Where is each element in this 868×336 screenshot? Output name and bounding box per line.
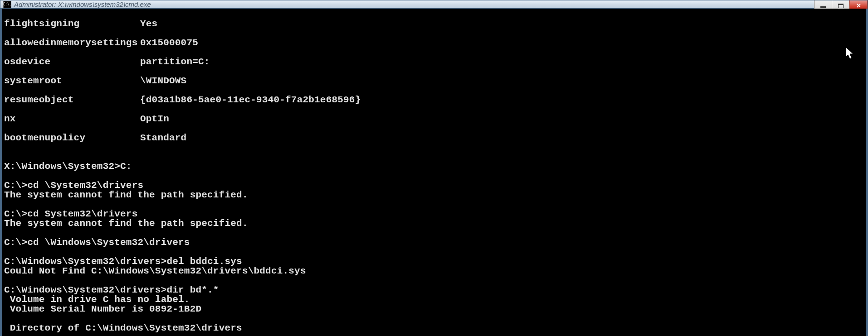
prompt-line: C:\>cd System32\drivers	[4, 209, 137, 219]
bootcfg-row: resumeobject{d03a1b86-5ae0-11ec-9340-f7a…	[4, 95, 864, 105]
bootcfg-row: systemroot\WINDOWS	[4, 76, 864, 86]
prompt-line: X:\Windows\System32>C:	[4, 161, 132, 172]
prompt-line: C:\Windows\System32\drivers>del bddci.sy…	[4, 256, 242, 267]
terminal-output[interactable]: flightsigningYes allowedinmemorysettings…	[0, 9, 868, 336]
window-title: Administrator: X:\windows\system32\cmd.e…	[14, 0, 151, 8]
bootcfg-row: bootmenupolicyStandard	[4, 133, 864, 143]
bootcfg-row: osdevicepartition=C:	[4, 57, 864, 67]
close-icon: ✕	[856, 2, 861, 9]
dir-line: Volume Serial Number is 0892-1B2D	[4, 304, 201, 314]
error-line: The system cannot find the path specifie…	[4, 190, 248, 200]
dir-line: Directory of C:\Windows\System32\drivers	[4, 323, 242, 333]
titlebar[interactable]: C:\. Administrator: X:\windows\system32\…	[0, 0, 868, 9]
dir-line: Volume in drive C has no label.	[4, 294, 190, 305]
error-line: The system cannot find the path specifie…	[4, 218, 248, 229]
error-line: Could Not Find C:\Windows\System32\drive…	[4, 266, 306, 276]
prompt-line: C:\Windows\System32\drivers>dir bd*.*	[4, 285, 219, 295]
cmd-icon: C:\.	[3, 1, 11, 8]
prompt-line: C:\>cd \System32\drivers	[4, 180, 143, 191]
prompt-line: C:\>cd \Windows\System32\drivers	[4, 237, 190, 248]
cmd-window: C:\. Administrator: X:\windows\system32\…	[0, 0, 868, 336]
bootcfg-row: allowedinmemorysettings0x15000075	[4, 38, 864, 48]
maximize-icon	[838, 4, 844, 8]
bootcfg-row: nxOptIn	[4, 114, 864, 124]
minimize-icon	[820, 6, 826, 8]
bootcfg-row: flightsigningYes	[4, 19, 864, 29]
